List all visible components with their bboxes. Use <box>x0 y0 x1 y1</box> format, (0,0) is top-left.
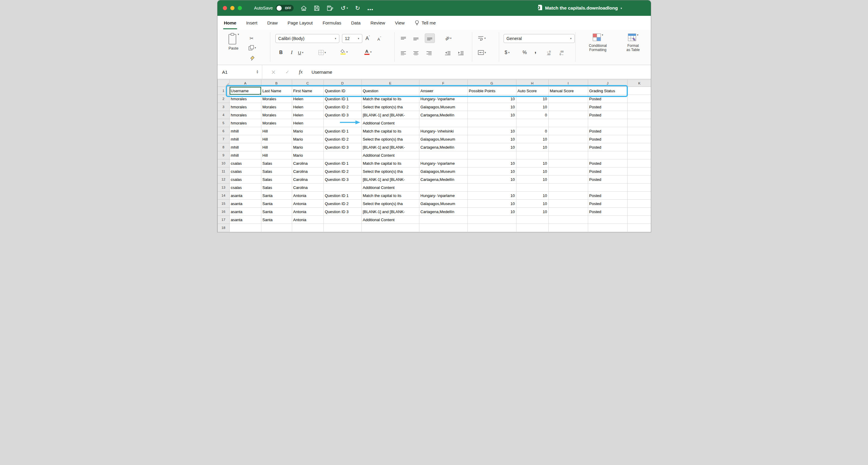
cell-K11[interactable] <box>627 167 651 175</box>
cell-D7[interactable]: Question ID 2 <box>323 135 362 143</box>
cell-I4[interactable] <box>549 111 588 119</box>
cell-K4[interactable] <box>627 111 651 119</box>
row-header-14[interactable]: 14 <box>217 192 229 200</box>
undo-icon[interactable]: ↺▾ <box>341 5 348 11</box>
cell-J16[interactable]: Posted <box>588 208 627 216</box>
cell-D8[interactable]: Question ID 3 <box>323 143 362 151</box>
cell-I3[interactable] <box>549 103 588 111</box>
italic-button[interactable]: I <box>288 48 295 57</box>
cell-K6[interactable] <box>627 127 651 135</box>
row-header-16[interactable]: 16 <box>217 208 229 216</box>
cell-G12[interactable]: 10 <box>467 175 516 184</box>
cell-D2[interactable]: Question ID 1 <box>323 95 362 103</box>
cell-G18[interactable] <box>467 224 516 232</box>
cell-J7[interactable]: Posted <box>588 135 627 143</box>
cell-F11[interactable]: Galapagos,Museum <box>419 167 467 175</box>
cell-H18[interactable] <box>516 224 549 232</box>
cell-E4[interactable]: [BLANK-1] and [BLANK- <box>362 111 419 119</box>
cell-H7[interactable]: 10 <box>516 135 549 143</box>
tab-page-layout[interactable]: Page Layout <box>288 19 313 27</box>
row-header-3[interactable]: 3 <box>217 103 229 111</box>
cell-E11[interactable]: Select the option(s) tha <box>362 167 419 175</box>
cell-I7[interactable] <box>549 135 588 143</box>
row-header-15[interactable]: 15 <box>217 200 229 208</box>
row-header-1[interactable]: 1 <box>217 87 229 95</box>
cell-A3[interactable]: hmorales <box>229 103 261 111</box>
cell-F7[interactable]: Galapagos,Museum <box>419 135 467 143</box>
formula-input[interactable]: Username <box>312 70 332 75</box>
cell-E18[interactable] <box>362 224 419 232</box>
save-as-icon[interactable] <box>327 5 333 11</box>
cell-G15[interactable]: 10 <box>467 200 516 208</box>
cell-B7[interactable]: Hill <box>261 135 292 143</box>
cell-G10[interactable]: 10 <box>467 159 516 167</box>
cell-I10[interactable] <box>549 159 588 167</box>
conditional-formatting-button[interactable]: ▾ Conditional Formatting <box>581 33 615 52</box>
align-center-button[interactable] <box>413 49 418 57</box>
cell-G2[interactable]: 10 <box>467 95 516 103</box>
cell-A13[interactable]: csalas <box>229 184 261 192</box>
insert-function-icon[interactable]: fx <box>299 69 303 75</box>
cell-D18[interactable] <box>323 224 362 232</box>
shrink-font-button[interactable]: Aˇ <box>377 35 381 43</box>
cell-F5[interactable] <box>419 119 467 127</box>
cell-B9[interactable]: Hill <box>261 151 292 159</box>
cell-I11[interactable] <box>549 167 588 175</box>
cell-C5[interactable]: Helen <box>292 119 323 127</box>
row-header-4[interactable]: 4 <box>217 111 229 119</box>
cell-C2[interactable]: Helen <box>292 95 323 103</box>
col-header-E[interactable]: E <box>362 80 419 87</box>
cell-I14[interactable] <box>549 192 588 200</box>
cell-F15[interactable]: Galapagos,Museum <box>419 200 467 208</box>
cell-K13[interactable] <box>627 184 651 192</box>
increase-decimal-button[interactable]: ←0.00 <box>547 49 551 57</box>
cell-C4[interactable]: Helen <box>292 111 323 119</box>
cell-C10[interactable]: Carolina <box>292 159 323 167</box>
cell-H12[interactable]: 10 <box>516 175 549 184</box>
cell-H6[interactable]: 0 <box>516 127 549 135</box>
cell-H9[interactable] <box>516 151 549 159</box>
cell-D6[interactable]: Question ID 1 <box>323 127 362 135</box>
cell-K8[interactable] <box>627 143 651 151</box>
close-button[interactable] <box>223 6 227 10</box>
cell-D13[interactable] <box>323 184 362 192</box>
cell-F14[interactable]: Hungary- \nparlame <box>419 192 467 200</box>
cell-D12[interactable]: Question ID 3 <box>323 175 362 184</box>
cell-C18[interactable] <box>292 224 323 232</box>
decrease-indent-button[interactable] <box>445 49 451 57</box>
tab-data[interactable]: Data <box>351 19 361 27</box>
font-color-button[interactable]: A ▾ <box>364 48 372 56</box>
cell-E14[interactable]: Match the capital to its <box>362 192 419 200</box>
cell-I16[interactable] <box>549 208 588 216</box>
redo-icon[interactable]: ↻ <box>355 5 360 11</box>
col-header-I[interactable]: I <box>549 80 588 87</box>
col-header-G[interactable]: G <box>467 80 516 87</box>
cell-H4[interactable]: 0 <box>516 111 549 119</box>
cell-B1[interactable]: Last Name <box>261 87 292 95</box>
cell-A4[interactable]: hmorales <box>229 111 261 119</box>
col-header-C[interactable]: C <box>292 80 323 87</box>
cell-I1[interactable]: Manual Score <box>549 87 588 95</box>
tab-home[interactable]: Home <box>224 19 237 27</box>
cell-J10[interactable]: Posted <box>588 159 627 167</box>
cell-A16[interactable]: asanta <box>229 208 261 216</box>
cell-H8[interactable]: 10 <box>516 143 549 151</box>
cell-E6[interactable]: Match the capital to its <box>362 127 419 135</box>
row-header-2[interactable]: 2 <box>217 95 229 103</box>
cell-E7[interactable]: Select the option(s) tha <box>362 135 419 143</box>
title-chevron-icon[interactable]: ▾ <box>620 7 622 10</box>
cell-G7[interactable]: 10 <box>467 135 516 143</box>
cell-D10[interactable]: Question ID 1 <box>323 159 362 167</box>
cell-H5[interactable] <box>516 119 549 127</box>
cell-J3[interactable]: Posted <box>588 103 627 111</box>
cell-C8[interactable]: Mario <box>292 143 323 151</box>
zoom-button[interactable] <box>238 6 242 10</box>
cell-A1[interactable]: Username <box>229 87 261 95</box>
cell-F9[interactable] <box>419 151 467 159</box>
tab-view[interactable]: View <box>395 19 404 27</box>
cell-E3[interactable]: Select the option(s) tha <box>362 103 419 111</box>
cell-J5[interactable] <box>588 119 627 127</box>
merge-cells-button[interactable]: ▾ <box>478 48 486 57</box>
cell-C17[interactable]: Antonia <box>292 216 323 224</box>
cell-I9[interactable] <box>549 151 588 159</box>
